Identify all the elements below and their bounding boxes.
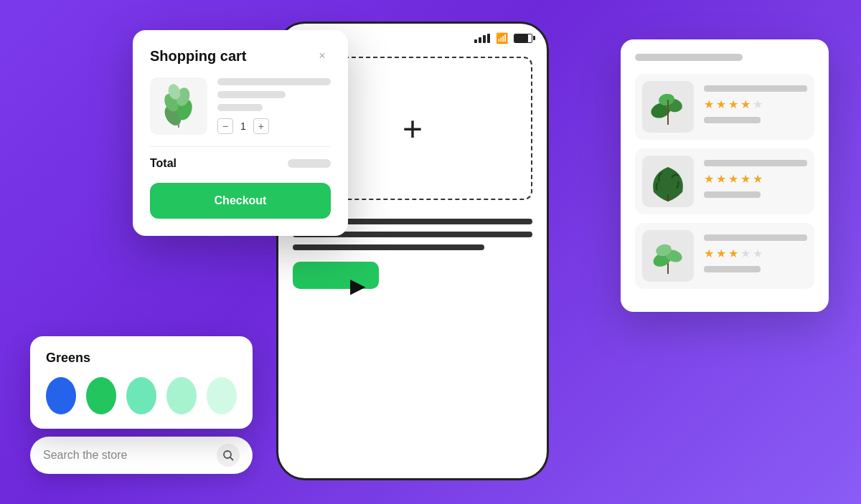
product-price-line-1 <box>704 117 761 123</box>
product-info-3: ★ ★ ★ ★ ★ <box>704 234 807 278</box>
color-swatch-palest-green[interactable] <box>207 377 237 414</box>
product-image-3 <box>642 230 694 282</box>
plant-2-svg <box>646 160 690 203</box>
color-swatch-light-green[interactable] <box>126 377 156 414</box>
star-1: ★ <box>704 172 714 186</box>
item-price-line <box>217 104 263 111</box>
product-image-2 <box>642 156 694 207</box>
plant-3-svg <box>646 234 690 277</box>
cart-item-image <box>150 77 207 135</box>
search-svg <box>222 450 234 461</box>
color-swatch-blue[interactable] <box>46 377 76 414</box>
content-line-3 <box>293 244 484 250</box>
star-2: ★ <box>716 98 726 111</box>
star-3: ★ <box>728 172 738 186</box>
signal-bar-1 <box>474 39 477 43</box>
star-2: ★ <box>716 172 726 186</box>
checkout-button[interactable]: Checkout <box>150 183 331 219</box>
cart-total-row: Total <box>150 157 331 170</box>
product-price-line-2 <box>704 191 761 198</box>
color-swatch-green[interactable] <box>86 377 116 414</box>
product-stars-1: ★ ★ ★ ★ ★ <box>704 98 807 111</box>
star-3: ★ <box>728 247 738 260</box>
product-image-1 <box>642 81 694 133</box>
signal-bar-3 <box>483 35 486 43</box>
decrease-quantity-button[interactable]: − <box>217 118 233 134</box>
svg-line-7 <box>230 457 233 460</box>
cart-header: Shopping cart × <box>150 47 331 65</box>
signal-bar-4 <box>487 34 490 43</box>
star-5: ★ <box>753 247 763 260</box>
signal-bar-2 <box>479 37 481 43</box>
product-name-line-1 <box>704 85 807 92</box>
close-button[interactable]: × <box>314 47 331 65</box>
plant-1-svg <box>646 85 690 128</box>
color-swatch-lighter-green[interactable] <box>166 377 197 414</box>
battery-fill <box>514 34 528 42</box>
total-label: Total <box>150 157 177 170</box>
add-icon: + <box>403 109 423 148</box>
product-item-1: ★ ★ ★ ★ ★ <box>635 74 814 140</box>
item-name-line <box>217 78 331 85</box>
plant-illustration <box>157 81 200 131</box>
search-input[interactable]: Search the store <box>43 449 217 462</box>
product-name-line-2 <box>704 160 807 166</box>
product-stars-2: ★ ★ ★ ★ ★ <box>704 172 807 186</box>
product-info-1: ★ ★ ★ ★ ★ <box>704 85 807 129</box>
product-list-header-line <box>635 54 743 61</box>
product-item-3: ★ ★ ★ ★ ★ <box>635 223 814 289</box>
product-list-card: ★ ★ ★ ★ ★ ★ ★ ★ <box>621 39 829 312</box>
star-2: ★ <box>716 247 726 260</box>
star-5: ★ <box>753 98 763 111</box>
palette-title: Greens <box>46 351 237 366</box>
search-icon[interactable] <box>217 444 240 467</box>
item-subtitle-line <box>217 91 286 98</box>
increase-quantity-button[interactable]: + <box>253 118 269 134</box>
quantity-value: 1 <box>240 120 246 132</box>
cart-item-details: − 1 + <box>217 78 331 134</box>
wifi-icon: 📶 <box>496 32 508 44</box>
shopping-cart-card: Shopping cart × − 1 + T <box>133 30 348 236</box>
cart-title: Shopping cart <box>150 48 246 65</box>
phone-action-button[interactable] <box>293 262 379 289</box>
star-4: ★ <box>740 247 751 260</box>
total-value <box>288 159 331 168</box>
product-info-2: ★ ★ ★ ★ ★ <box>704 160 807 204</box>
cursor-arrow: ▶ <box>350 276 366 296</box>
cart-divider <box>150 146 331 147</box>
product-name-line-3 <box>704 234 807 241</box>
star-4: ★ <box>740 172 751 186</box>
product-price-line-3 <box>704 266 761 272</box>
cart-quantity: − 1 + <box>217 118 331 134</box>
star-1: ★ <box>704 98 714 111</box>
color-palette-card: Greens <box>30 336 253 429</box>
star-5: ★ <box>753 172 763 186</box>
product-item-2: ★ ★ ★ ★ ★ <box>635 148 814 214</box>
star-4: ★ <box>740 98 751 111</box>
star-1: ★ <box>704 247 714 260</box>
product-stars-3: ★ ★ ★ ★ ★ <box>704 247 807 260</box>
battery-icon <box>514 34 532 43</box>
palette-colors <box>46 377 237 414</box>
cart-item: − 1 + <box>150 77 331 135</box>
search-bar[interactable]: Search the store <box>30 437 253 474</box>
signal-icon <box>474 34 490 43</box>
star-3: ★ <box>728 98 738 111</box>
